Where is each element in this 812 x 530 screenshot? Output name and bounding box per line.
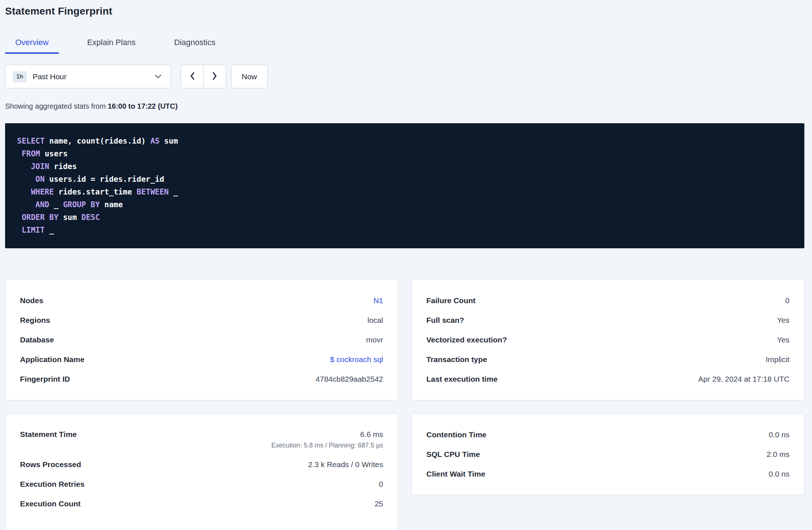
tab-diagnostics[interactable]: Diagnostics bbox=[164, 38, 226, 53]
statement-fingerprint-page: Statement Fingerprint Overview Explain P… bbox=[0, 0, 812, 530]
tab-overview[interactable]: Overview bbox=[5, 38, 59, 53]
nodes-link[interactable]: N1 bbox=[373, 296, 383, 306]
row-application-name: Application Name $ cockroach sql bbox=[20, 350, 383, 369]
time-prev-button[interactable] bbox=[181, 65, 204, 88]
sql-statement-box: SELECT name, count(rides.id) AS sum FROM… bbox=[5, 123, 804, 248]
time-range-label: Past Hour bbox=[33, 72, 67, 81]
row-execution-count: Execution Count 25 bbox=[20, 494, 383, 514]
row-database: Database movr bbox=[20, 330, 383, 350]
row-subvalue: Execution: 5.8 ms / Planning: 687.5 µs bbox=[271, 441, 383, 450]
row-statement-time: Statement Time 6.6 ms Execution: 5.8 ms … bbox=[20, 425, 383, 455]
row-contention-time: Contention Time 0.0 ns bbox=[426, 425, 789, 445]
time-range-dropdown[interactable]: 1h Past Hour bbox=[5, 65, 171, 88]
row-label: Fingerprint ID bbox=[20, 374, 70, 384]
execution-attributes-card: Failure Count 0 Full scan? Yes Vectorize… bbox=[411, 280, 804, 400]
row-sql-cpu-time: SQL CPU Time 2.0 ms bbox=[426, 445, 789, 464]
row-label: Execution Count bbox=[20, 499, 81, 509]
time-interval-badge: 1h bbox=[13, 71, 27, 82]
tab-explain-plans[interactable]: Explain Plans bbox=[77, 38, 146, 53]
row-fingerprint-id: Fingerprint ID 4784cb829aab2542 bbox=[20, 369, 383, 389]
row-value: 25 bbox=[375, 499, 383, 509]
row-label: Last execution time bbox=[426, 374, 498, 384]
row-vectorized-execution: Vectorized execution? Yes bbox=[426, 330, 789, 350]
row-value: 4784cb829aab2542 bbox=[315, 374, 383, 384]
row-label: Execution Retries bbox=[20, 479, 84, 489]
row-failure-count: Failure Count 0 bbox=[426, 291, 789, 310]
row-value: 2.3 k Reads / 0 Writes bbox=[308, 459, 383, 470]
row-value: Yes bbox=[777, 315, 789, 325]
stats-summary-range: 16:00 to 17:22 (UTC) bbox=[108, 102, 177, 110]
row-value: Apr 29, 2024 at 17:18 UTC bbox=[698, 374, 789, 384]
time-next-button[interactable] bbox=[203, 65, 226, 88]
row-label: Database bbox=[20, 335, 54, 345]
row-label: Application Name bbox=[20, 354, 84, 365]
chevron-right-icon bbox=[212, 72, 217, 81]
row-value: 0 bbox=[785, 296, 789, 306]
row-regions: Regions local bbox=[20, 310, 383, 330]
row-rows-processed: Rows Processed 2.3 k Reads / 0 Writes bbox=[20, 455, 383, 474]
row-label: SQL CPU Time bbox=[426, 449, 480, 459]
row-value: movr bbox=[366, 335, 383, 345]
stats-summary: Showing aggregated stats from 16:00 to 1… bbox=[5, 102, 804, 111]
statement-stats-card: Statement Time 6.6 ms Execution: 5.8 ms … bbox=[5, 414, 398, 530]
row-last-execution-time: Last execution time Apr 29, 2024 at 17:1… bbox=[426, 369, 789, 389]
row-label: Contention Time bbox=[426, 430, 486, 440]
chevron-left-icon bbox=[190, 72, 195, 81]
row-execution-retries: Execution Retries 0 bbox=[20, 474, 383, 494]
row-label: Statement Time bbox=[20, 429, 77, 439]
row-client-wait-time: Client Wait Time 0.0 ns bbox=[426, 464, 789, 484]
stats-summary-prefix: Showing aggregated stats from bbox=[5, 102, 106, 110]
row-label: Regions bbox=[20, 315, 50, 325]
row-value: 0.0 ns bbox=[769, 469, 789, 479]
row-value: 0 bbox=[379, 479, 383, 489]
row-value: 0.0 ns bbox=[769, 430, 789, 440]
stats-cards: Nodes N1 Regions local Database movr App… bbox=[5, 280, 804, 530]
tab-bar: Overview Explain Plans Diagnostics bbox=[5, 38, 804, 54]
time-stats-card: Contention Time 0.0 ns SQL CPU Time 2.0 … bbox=[411, 414, 804, 495]
time-arrow-buttons bbox=[181, 65, 226, 88]
row-value: local bbox=[367, 315, 383, 325]
statement-details-card: Nodes N1 Regions local Database movr App… bbox=[5, 280, 398, 400]
sql-code: SELECT name, count(rides.id) AS sum FROM… bbox=[17, 135, 792, 237]
row-value: Yes bbox=[777, 335, 789, 345]
row-label: Full scan? bbox=[426, 315, 464, 325]
chevron-down-icon bbox=[154, 74, 162, 79]
now-button[interactable]: Now bbox=[231, 65, 268, 88]
application-name-link[interactable]: $ cockroach sql bbox=[330, 354, 383, 365]
page-title: Statement Fingerprint bbox=[5, 5, 804, 17]
row-transaction-type: Transaction type Implicit bbox=[426, 350, 789, 369]
row-label: Vectorized execution? bbox=[426, 335, 507, 345]
row-value: 2.0 ms bbox=[767, 449, 789, 459]
time-controls: 1h Past Hour Now bbox=[5, 65, 804, 88]
row-label: Client Wait Time bbox=[426, 469, 485, 479]
row-nodes: Nodes N1 bbox=[20, 291, 383, 310]
row-label: Transaction type bbox=[426, 354, 487, 365]
row-full-scan: Full scan? Yes bbox=[426, 310, 789, 330]
row-value: 6.6 ms bbox=[360, 429, 383, 439]
statement-time-values: 6.6 ms Execution: 5.8 ms / Planning: 687… bbox=[271, 429, 383, 450]
row-label: Failure Count bbox=[426, 296, 475, 306]
row-label: Rows Processed bbox=[20, 459, 81, 470]
row-value: Implicit bbox=[766, 354, 789, 365]
row-label: Nodes bbox=[20, 296, 43, 306]
